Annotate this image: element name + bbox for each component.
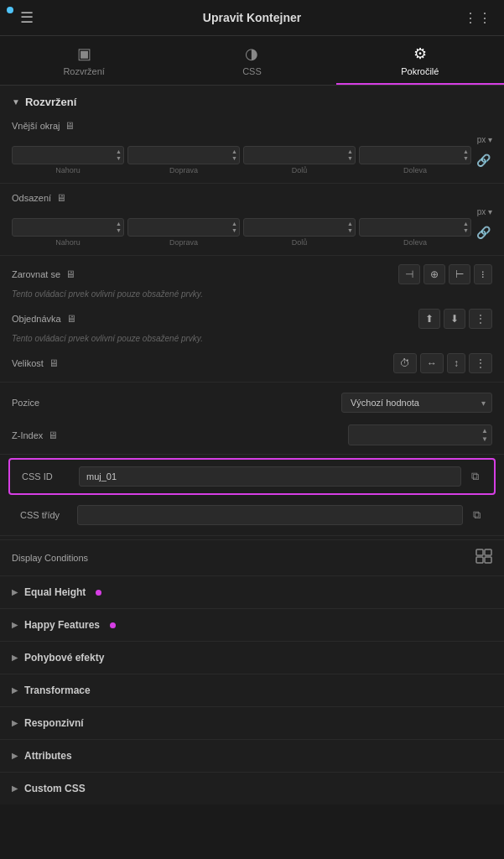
padding-unit[interactable]: px ▾ <box>477 207 492 216</box>
align-btn-1[interactable]: ⊣ <box>398 264 420 284</box>
cssid-input[interactable] <box>80 467 460 486</box>
size-btn-2[interactable]: ↔ <box>420 353 444 373</box>
order-btn-1[interactable]: ⬆ <box>418 309 440 329</box>
padding-right-input[interactable] <box>128 219 230 236</box>
outer-margin-label: Vnější okraj 🖥 <box>12 120 492 132</box>
padding-top-down[interactable]: ▼ <box>116 227 122 234</box>
pozice-select-wrapper: Výchozí hodnota Relativní Absolutní Pevn… <box>341 393 492 413</box>
margin-top-input[interactable] <box>13 147 114 164</box>
cssclass-input[interactable] <box>78 506 462 524</box>
margin-left-down[interactable]: ▼ <box>463 155 469 162</box>
collapsible-header-transformace[interactable]: ▶Transformace <box>0 674 504 706</box>
blue-dot-indicator <box>7 7 13 13</box>
collapsible-header-attributes[interactable]: ▶Attributes <box>0 740 504 772</box>
padding-bottom-down[interactable]: ▼ <box>347 227 353 234</box>
align-btn-4[interactable]: ⫶ <box>474 264 492 284</box>
margin-right-input[interactable] <box>128 147 230 164</box>
display-conditions-icon[interactable] <box>475 549 492 567</box>
size-btn-1[interactable]: ⏱ <box>393 353 417 373</box>
outer-margin-unit[interactable]: px ▾ <box>477 135 492 144</box>
align-btn-2[interactable]: ⊕ <box>423 264 445 284</box>
collapsible-header-responzivni[interactable]: ▶Responzivní <box>0 707 504 739</box>
margin-top-group: ▲ ▼ Nahoru <box>12 146 124 174</box>
margin-top-up[interactable]: ▲ <box>116 148 122 155</box>
section-rozlozeni-title: Rozvržení <box>25 96 76 108</box>
padding-left-down[interactable]: ▼ <box>463 227 469 234</box>
svg-rect-1 <box>485 549 491 555</box>
order-btn-3[interactable]: ⋮ <box>469 309 492 329</box>
section-rozlozeni-header[interactable]: ▼ Rozvržení <box>0 86 504 115</box>
collapsible-header-pohybove-efekty[interactable]: ▶Pohybové efekty <box>0 642 504 674</box>
padding-left-up[interactable]: ▲ <box>463 221 469 227</box>
margin-left-input[interactable] <box>360 147 461 164</box>
collapsible-section-happy-features: ▶Happy Features <box>0 608 504 641</box>
page-title: Upravit Kontejner <box>203 11 301 24</box>
align-btn-3[interactable]: ⊢ <box>449 264 470 284</box>
section-arrow-icon: ▼ <box>12 97 20 107</box>
margin-bottom-down[interactable]: ▼ <box>347 155 353 162</box>
margin-right-label: Doprava <box>169 166 198 174</box>
padding-top-up[interactable]: ▲ <box>116 221 122 227</box>
pokrocile-icon: ⚙ <box>413 44 427 63</box>
margin-bottom-input[interactable] <box>244 147 346 164</box>
zindex-input[interactable] <box>349 426 478 445</box>
margin-bottom-up[interactable]: ▲ <box>347 148 353 155</box>
tab-pokrocile-label: Pokročilé <box>401 66 439 76</box>
css-icon: ◑ <box>245 44 258 63</box>
padding-right-up[interactable]: ▲ <box>231 221 237 227</box>
padding-top-input[interactable] <box>13 219 114 236</box>
velikost-text: Velikost <box>12 358 44 368</box>
dot-equal-height <box>96 590 101 596</box>
size-btn-3[interactable]: ↕ <box>447 353 465 373</box>
zarovnat-helper: Tento ovládací prvek ovlivní pouze obsaž… <box>0 289 504 304</box>
collapsible-header-custom-css[interactable]: ▶Custom CSS <box>0 773 504 804</box>
margin-top-down[interactable]: ▼ <box>116 155 122 162</box>
padding-right-group: ▲ ▼ Doprava <box>127 218 240 247</box>
zindex-up[interactable]: ▲ <box>481 427 488 435</box>
padding-right-label: Doprava <box>169 238 198 247</box>
margin-link-icon[interactable]: 🔗 <box>475 152 492 169</box>
tab-css[interactable]: ◑ CSS <box>168 36 335 85</box>
collapsible-section-responzivni: ▶Responzivní <box>0 706 504 739</box>
display-conditions-row: Display Conditions <box>0 539 504 575</box>
zarovnat-row: Zarovnat se 🖥 ⊣ ⊕ ⊢ ⫶ <box>0 259 504 289</box>
objednavka-helper: Tento ovládací prvek ovlivní pouze obsaž… <box>0 334 504 348</box>
order-btn-2[interactable]: ⬇ <box>444 309 465 329</box>
size-btn-4[interactable]: ⋮ <box>469 353 492 373</box>
size-buttons: ⏱ ↔ ↕ ⋮ <box>393 353 492 373</box>
margin-bottom-group: ▲ ▼ Dolů <box>243 146 356 174</box>
margin-left-up[interactable]: ▲ <box>463 148 469 155</box>
padding-link-icon[interactable]: 🔗 <box>475 224 492 241</box>
zindex-down[interactable]: ▼ <box>481 435 488 444</box>
cssclass-label: CSS třídy <box>20 510 70 520</box>
collapsible-header-equal-height[interactable]: ▶Equal Height <box>0 576 504 608</box>
padding-bottom-up[interactable]: ▲ <box>347 221 353 227</box>
collapsible-label-transformace: Transformace <box>24 685 91 696</box>
margin-right-up[interactable]: ▲ <box>231 148 237 155</box>
padding-left-group: ▲ ▼ Doleva <box>359 218 471 247</box>
cssclass-copy-icon[interactable]: ⧉ <box>470 507 484 523</box>
monitor-icon-velikost: 🖥 <box>49 357 59 369</box>
collapsible-section-equal-height: ▶Equal Height <box>0 575 504 608</box>
svg-rect-0 <box>476 549 483 555</box>
top-bar: ☰ Upravit Kontejner ⋮⋮ <box>0 0 504 36</box>
tab-pokrocile[interactable]: ⚙ Pokročilé <box>336 36 504 85</box>
collapsible-sections: ▶Equal Height▶Happy Features▶Pohybové ef… <box>0 575 504 804</box>
collapsible-header-happy-features[interactable]: ▶Happy Features <box>0 609 504 641</box>
padding-bottom-group: ▲ ▼ Dolů <box>243 218 356 247</box>
monitor-icon-zarovnat: 🖥 <box>65 268 75 280</box>
zarovnat-label: Zarovnat se 🖥 <box>12 268 75 280</box>
margin-bottom-label: Dolů <box>292 166 308 174</box>
hamburger-icon[interactable]: ☰ <box>20 8 34 27</box>
cssid-copy-icon[interactable]: ⧉ <box>468 468 482 485</box>
collapsible-arrow-happy-features: ▶ <box>12 621 18 629</box>
margin-right-down[interactable]: ▼ <box>231 155 237 162</box>
padding-right-down[interactable]: ▼ <box>231 227 237 234</box>
padding-top-label: Nahoru <box>55 238 81 247</box>
grid-icon[interactable]: ⋮⋮ <box>464 10 492 26</box>
pozice-select[interactable]: Výchozí hodnota Relativní Absolutní Pevn… <box>341 393 492 413</box>
outer-margin-field: Vnější okraj 🖥 px ▾ ▲ ▼ Nahoru <box>0 115 504 180</box>
padding-bottom-input[interactable] <box>244 219 346 236</box>
tab-rozlozeni[interactable]: ▣ Rozvržení <box>0 36 168 85</box>
padding-left-input[interactable] <box>360 219 461 236</box>
